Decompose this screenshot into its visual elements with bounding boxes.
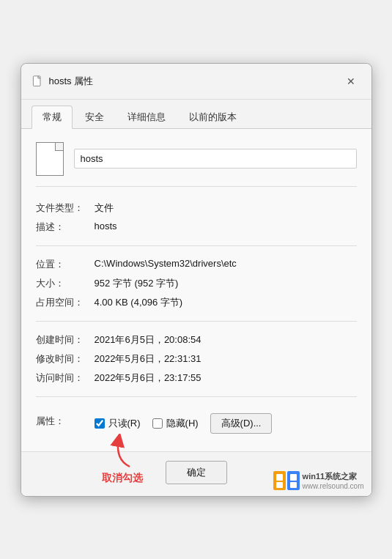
attributes-row: 属性： 只读(R) 隐藏(H) 高级(D)...	[36, 406, 357, 438]
created-value: 2021年6月5日，20:08:54	[95, 333, 201, 347]
file-title-icon	[32, 75, 43, 87]
tab-details[interactable]: 详细信息	[117, 105, 177, 128]
desc-value: hosts	[95, 221, 117, 232]
svg-rect-5	[290, 474, 297, 481]
location-value: C:\Windows\System32\drivers\etc	[95, 258, 237, 269]
watermark-logo-icon	[273, 471, 300, 490]
disk-label: 占用空间：	[36, 296, 95, 309]
tab-previous-versions[interactable]: 以前的版本	[178, 105, 248, 128]
arrow-icon	[108, 434, 137, 470]
size-label: 大小：	[36, 277, 95, 290]
desc-label: 描述：	[36, 221, 95, 234]
watermark-text-block: win11系统之家 www.relsound.com	[303, 471, 364, 490]
hidden-label: 隐藏(H)	[166, 417, 199, 430]
accessed-row: 访问时间： 2022年5月6日，23:17:55	[36, 369, 357, 388]
disk-row: 占用空间： 4.00 KB (4,096 字节)	[36, 293, 357, 312]
type-desc-section: 文件类型： 文件 描述： hosts	[36, 199, 357, 246]
watermark-site-name: win11系统之家	[303, 471, 364, 482]
readonly-label: 只读(R)	[108, 417, 141, 430]
properties-window: hosts 属性 ✕ 常规 安全 详细信息 以前的版本 文件类型： 文件 描述：…	[21, 63, 372, 497]
tab-content: 文件类型： 文件 描述： hosts 位置： C:\Windows\System…	[21, 129, 371, 451]
svg-rect-7	[290, 482, 297, 488]
size-section: 位置： C:\Windows\System32\drivers\etc 大小： …	[36, 255, 357, 322]
location-label: 位置：	[36, 258, 95, 271]
tab-bar: 常规 安全 详细信息 以前的版本	[21, 100, 371, 129]
title-bar-left: hosts 属性	[32, 75, 94, 88]
svg-rect-4	[276, 474, 283, 481]
desc-row: 描述： hosts	[36, 218, 357, 237]
disk-value: 4.00 KB (4,096 字节)	[95, 296, 183, 309]
file-name-input[interactable]	[74, 149, 357, 169]
title-bar: hosts 属性 ✕	[21, 64, 371, 100]
size-value: 952 字节 (952 字节)	[95, 277, 179, 290]
readonly-checkbox[interactable]	[95, 418, 105, 429]
modified-row: 修改时间： 2022年5月6日，22:31:31	[36, 349, 357, 369]
arrow-annotation: 取消勾选	[102, 434, 143, 485]
readonly-checkbox-container[interactable]: 只读(R)	[95, 417, 141, 430]
window-title: hosts 属性	[49, 75, 94, 88]
modified-value: 2022年5月6日，22:31:31	[95, 352, 201, 366]
tab-general[interactable]: 常规	[32, 105, 73, 129]
type-value: 文件	[95, 201, 114, 215]
type-row: 文件类型： 文件	[36, 199, 357, 218]
accessed-value: 2022年5月6日，23:17:55	[95, 371, 201, 385]
size-row: 大小： 952 字节 (952 字节)	[36, 274, 357, 293]
hidden-checkbox-container[interactable]: 隐藏(H)	[152, 417, 199, 430]
location-row: 位置： C:\Windows\System32\drivers\etc	[36, 255, 357, 274]
created-row: 创建时间： 2021年6月5日，20:08:54	[36, 330, 357, 349]
modified-label: 修改时间：	[36, 352, 95, 366]
close-button[interactable]: ✕	[341, 71, 361, 92]
type-label: 文件类型：	[36, 201, 95, 215]
timestamps-section: 创建时间： 2021年6月5日，20:08:54 修改时间： 2022年5月6日…	[36, 330, 357, 397]
hidden-checkbox[interactable]	[152, 418, 163, 429]
annotation-text: 取消勾选	[102, 472, 143, 485]
created-label: 创建时间：	[36, 333, 95, 347]
file-header	[36, 142, 357, 187]
accessed-label: 访问时间：	[36, 371, 95, 385]
advanced-button[interactable]: 高级(D)...	[210, 413, 273, 434]
ok-button[interactable]: 确定	[166, 461, 227, 484]
attributes-label: 属性：	[36, 413, 95, 428]
watermark-url: www.relsound.com	[303, 482, 364, 490]
svg-rect-6	[276, 482, 283, 488]
attr-controls: 只读(R) 隐藏(H) 高级(D)...	[95, 413, 273, 434]
tab-security[interactable]: 安全	[74, 105, 115, 128]
file-icon	[36, 142, 64, 176]
watermark: win11系统之家 www.relsound.com	[273, 471, 364, 490]
